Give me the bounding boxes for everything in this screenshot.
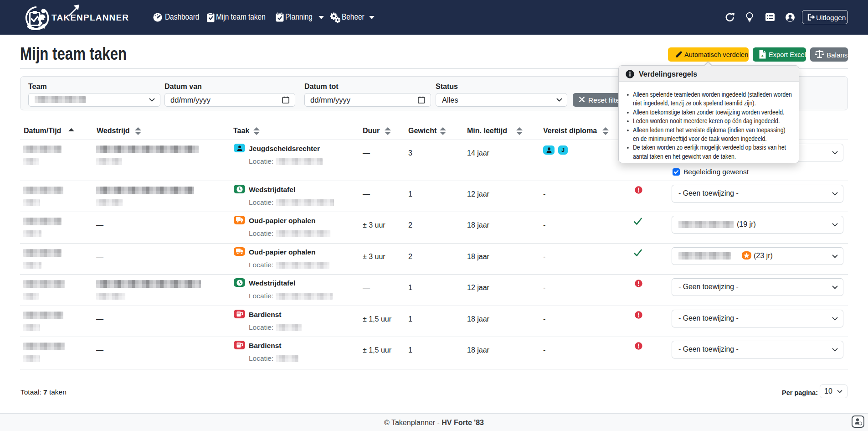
svg-text:x: x (761, 53, 764, 58)
